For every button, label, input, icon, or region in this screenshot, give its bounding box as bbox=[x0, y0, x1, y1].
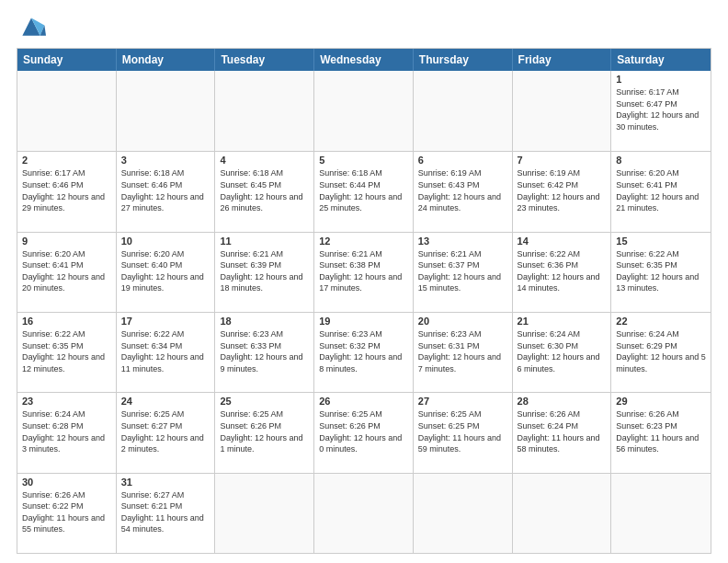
day-cell-2: 2Sunrise: 6:17 AM Sunset: 6:46 PM Daylig… bbox=[17, 152, 117, 231]
day-info: Sunrise: 6:17 AM Sunset: 6:46 PM Dayligh… bbox=[22, 167, 111, 213]
day-cell-empty bbox=[414, 474, 513, 553]
day-cell-10: 10Sunrise: 6:20 AM Sunset: 6:40 PM Dayli… bbox=[117, 233, 216, 312]
day-cell-4: 4Sunrise: 6:18 AM Sunset: 6:45 PM Daylig… bbox=[215, 152, 314, 231]
day-number: 12 bbox=[319, 236, 408, 247]
day-cell-5: 5Sunrise: 6:18 AM Sunset: 6:44 PM Daylig… bbox=[314, 152, 414, 231]
day-info: Sunrise: 6:25 AM Sunset: 6:26 PM Dayligh… bbox=[220, 408, 309, 454]
day-cell-24: 24Sunrise: 6:25 AM Sunset: 6:27 PM Dayli… bbox=[117, 393, 216, 472]
day-cell-empty bbox=[17, 71, 117, 151]
day-number: 4 bbox=[220, 155, 309, 166]
header-day-thursday: Thursday bbox=[414, 49, 513, 71]
day-number: 8 bbox=[616, 155, 706, 166]
day-info: Sunrise: 6:18 AM Sunset: 6:44 PM Dayligh… bbox=[319, 167, 408, 213]
day-number: 29 bbox=[616, 396, 706, 407]
day-cell-3: 3Sunrise: 6:18 AM Sunset: 6:46 PM Daylig… bbox=[117, 152, 216, 231]
day-info: Sunrise: 6:18 AM Sunset: 6:46 PM Dayligh… bbox=[121, 167, 210, 213]
day-number: 13 bbox=[418, 236, 507, 247]
day-number: 18 bbox=[220, 316, 309, 327]
day-cell-12: 12Sunrise: 6:21 AM Sunset: 6:38 PM Dayli… bbox=[314, 233, 414, 312]
calendar-row-1: 2Sunrise: 6:17 AM Sunset: 6:46 PM Daylig… bbox=[17, 151, 711, 231]
day-cell-17: 17Sunrise: 6:22 AM Sunset: 6:34 PM Dayli… bbox=[117, 313, 216, 392]
day-number: 15 bbox=[616, 236, 706, 247]
day-info: Sunrise: 6:25 AM Sunset: 6:27 PM Dayligh… bbox=[121, 408, 210, 454]
day-cell-empty bbox=[611, 474, 711, 553]
calendar: SundayMondayTuesdayWednesdayThursdayFrid… bbox=[17, 48, 711, 554]
day-cell-7: 7Sunrise: 6:19 AM Sunset: 6:42 PM Daylig… bbox=[513, 152, 612, 231]
day-cell-16: 16Sunrise: 6:22 AM Sunset: 6:35 PM Dayli… bbox=[17, 313, 117, 392]
header-day-saturday: Saturday bbox=[611, 49, 711, 71]
day-info: Sunrise: 6:25 AM Sunset: 6:26 PM Dayligh… bbox=[319, 408, 408, 454]
day-number: 10 bbox=[121, 236, 210, 247]
day-number: 26 bbox=[319, 396, 408, 407]
day-number: 19 bbox=[319, 316, 408, 327]
header-day-monday: Monday bbox=[117, 49, 216, 71]
day-number: 3 bbox=[121, 155, 210, 166]
day-info: Sunrise: 6:19 AM Sunset: 6:42 PM Dayligh… bbox=[518, 167, 607, 213]
day-info: Sunrise: 6:23 AM Sunset: 6:32 PM Dayligh… bbox=[319, 328, 408, 374]
day-info: Sunrise: 6:22 AM Sunset: 6:36 PM Dayligh… bbox=[518, 248, 607, 294]
calendar-header: SundayMondayTuesdayWednesdayThursdayFrid… bbox=[17, 49, 711, 71]
calendar-row-4: 23Sunrise: 6:24 AM Sunset: 6:28 PM Dayli… bbox=[17, 392, 711, 472]
day-info: Sunrise: 6:19 AM Sunset: 6:43 PM Dayligh… bbox=[418, 167, 507, 213]
day-cell-28: 28Sunrise: 6:26 AM Sunset: 6:24 PM Dayli… bbox=[513, 393, 612, 472]
day-number: 16 bbox=[22, 316, 111, 327]
day-cell-15: 15Sunrise: 6:22 AM Sunset: 6:35 PM Dayli… bbox=[611, 233, 711, 312]
day-number: 20 bbox=[418, 316, 507, 327]
day-number: 14 bbox=[518, 236, 607, 247]
day-number: 30 bbox=[22, 477, 111, 488]
day-info: Sunrise: 6:17 AM Sunset: 6:47 PM Dayligh… bbox=[616, 86, 706, 132]
calendar-row-0: 1Sunrise: 6:17 AM Sunset: 6:47 PM Daylig… bbox=[17, 71, 711, 151]
day-number: 22 bbox=[616, 316, 706, 327]
day-number: 28 bbox=[518, 396, 607, 407]
day-number: 21 bbox=[518, 316, 607, 327]
day-cell-empty bbox=[314, 71, 414, 151]
day-info: Sunrise: 6:21 AM Sunset: 6:38 PM Dayligh… bbox=[319, 248, 408, 294]
day-number: 2 bbox=[22, 155, 111, 166]
day-cell-empty bbox=[314, 474, 414, 553]
day-cell-9: 9Sunrise: 6:20 AM Sunset: 6:41 PM Daylig… bbox=[17, 233, 117, 312]
page: SundayMondayTuesdayWednesdayThursdayFrid… bbox=[0, 0, 728, 563]
day-number: 9 bbox=[22, 236, 111, 247]
day-cell-empty bbox=[513, 474, 612, 553]
header-day-friday: Friday bbox=[513, 49, 612, 71]
logo bbox=[17, 15, 50, 40]
day-info: Sunrise: 6:20 AM Sunset: 6:41 PM Dayligh… bbox=[616, 167, 706, 213]
header bbox=[17, 15, 711, 40]
day-cell-empty bbox=[215, 474, 314, 553]
day-cell-11: 11Sunrise: 6:21 AM Sunset: 6:39 PM Dayli… bbox=[215, 233, 314, 312]
day-number: 1 bbox=[616, 74, 706, 85]
day-cell-8: 8Sunrise: 6:20 AM Sunset: 6:41 PM Daylig… bbox=[611, 152, 711, 231]
day-info: Sunrise: 6:20 AM Sunset: 6:41 PM Dayligh… bbox=[22, 248, 111, 294]
day-info: Sunrise: 6:23 AM Sunset: 6:33 PM Dayligh… bbox=[220, 328, 309, 374]
day-cell-19: 19Sunrise: 6:23 AM Sunset: 6:32 PM Dayli… bbox=[314, 313, 414, 392]
day-cell-empty bbox=[117, 71, 216, 151]
calendar-row-5: 30Sunrise: 6:26 AM Sunset: 6:22 PM Dayli… bbox=[17, 473, 711, 553]
header-day-wednesday: Wednesday bbox=[314, 49, 414, 71]
day-info: Sunrise: 6:24 AM Sunset: 6:30 PM Dayligh… bbox=[518, 328, 607, 374]
day-info: Sunrise: 6:26 AM Sunset: 6:23 PM Dayligh… bbox=[616, 408, 706, 454]
day-cell-empty bbox=[414, 71, 513, 151]
day-info: Sunrise: 6:26 AM Sunset: 6:22 PM Dayligh… bbox=[22, 489, 111, 535]
header-day-tuesday: Tuesday bbox=[215, 49, 314, 71]
day-info: Sunrise: 6:20 AM Sunset: 6:40 PM Dayligh… bbox=[121, 248, 210, 294]
header-day-sunday: Sunday bbox=[17, 49, 117, 71]
day-number: 6 bbox=[418, 155, 507, 166]
day-number: 31 bbox=[121, 477, 210, 488]
day-info: Sunrise: 6:25 AM Sunset: 6:25 PM Dayligh… bbox=[418, 408, 507, 454]
day-number: 11 bbox=[220, 236, 309, 247]
day-cell-21: 21Sunrise: 6:24 AM Sunset: 6:30 PM Dayli… bbox=[513, 313, 612, 392]
day-cell-20: 20Sunrise: 6:23 AM Sunset: 6:31 PM Dayli… bbox=[414, 313, 513, 392]
day-info: Sunrise: 6:18 AM Sunset: 6:45 PM Dayligh… bbox=[220, 167, 309, 213]
day-info: Sunrise: 6:26 AM Sunset: 6:24 PM Dayligh… bbox=[518, 408, 607, 454]
day-cell-13: 13Sunrise: 6:21 AM Sunset: 6:37 PM Dayli… bbox=[414, 233, 513, 312]
day-number: 24 bbox=[121, 396, 210, 407]
day-cell-18: 18Sunrise: 6:23 AM Sunset: 6:33 PM Dayli… bbox=[215, 313, 314, 392]
day-cell-22: 22Sunrise: 6:24 AM Sunset: 6:29 PM Dayli… bbox=[611, 313, 711, 392]
day-cell-29: 29Sunrise: 6:26 AM Sunset: 6:23 PM Dayli… bbox=[611, 393, 711, 472]
day-number: 27 bbox=[418, 396, 507, 407]
day-cell-empty bbox=[513, 71, 612, 151]
day-info: Sunrise: 6:24 AM Sunset: 6:29 PM Dayligh… bbox=[616, 328, 706, 374]
day-info: Sunrise: 6:23 AM Sunset: 6:31 PM Dayligh… bbox=[418, 328, 507, 374]
day-number: 17 bbox=[121, 316, 210, 327]
day-cell-26: 26Sunrise: 6:25 AM Sunset: 6:26 PM Dayli… bbox=[314, 393, 414, 472]
